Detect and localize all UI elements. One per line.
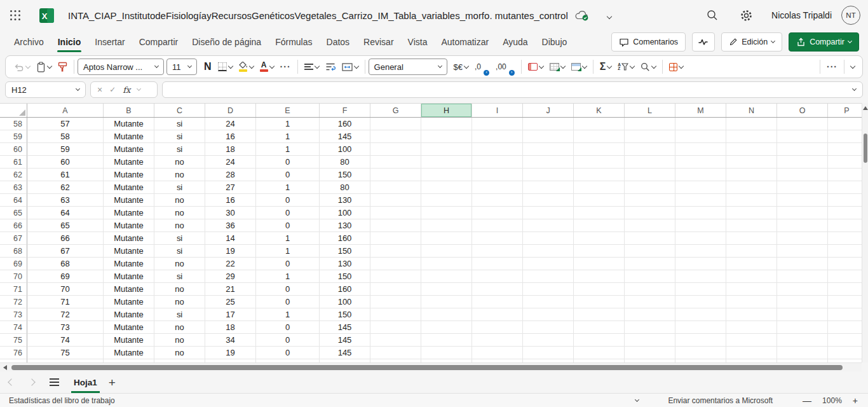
all-sheets-menu-icon[interactable] bbox=[50, 378, 59, 385]
menu-tab-fórmulas[interactable]: Fórmulas bbox=[268, 31, 319, 53]
vertical-scrollbar[interactable] bbox=[862, 103, 868, 362]
cell-M71[interactable] bbox=[675, 283, 726, 296]
cell-J58[interactable] bbox=[523, 118, 574, 130]
cell-E61[interactable]: 0 bbox=[256, 156, 320, 169]
cell-F70[interactable]: 150 bbox=[320, 270, 370, 283]
cell-I74[interactable] bbox=[472, 321, 523, 334]
cell-K61[interactable] bbox=[574, 156, 625, 169]
cell-I72[interactable] bbox=[472, 296, 523, 308]
cell-B68[interactable]: Mutante bbox=[104, 245, 154, 258]
row-header-61[interactable]: 61 bbox=[0, 156, 27, 169]
cell-styles-button[interactable] bbox=[568, 58, 590, 76]
row-header-60[interactable]: 60 bbox=[0, 143, 27, 156]
cell-I75[interactable] bbox=[472, 334, 523, 347]
cell-O62[interactable] bbox=[777, 169, 828, 181]
format-as-table-button[interactable] bbox=[546, 58, 568, 76]
row-header-66[interactable]: 66 bbox=[0, 219, 27, 232]
cell-I73[interactable] bbox=[472, 308, 523, 321]
row-header-63[interactable]: 63 bbox=[0, 181, 27, 194]
cell-I64[interactable] bbox=[472, 194, 523, 207]
cell-P58[interactable] bbox=[828, 118, 862, 130]
cell-F58[interactable]: 160 bbox=[320, 118, 370, 130]
font-name-combo[interactable]: Aptos Narrow ... bbox=[78, 59, 164, 75]
insert-function-button[interactable]: fx bbox=[123, 85, 130, 95]
comments-button[interactable]: Comentarios bbox=[611, 32, 686, 52]
cell-A63[interactable]: 62 bbox=[27, 181, 104, 194]
cell-D59[interactable]: 16 bbox=[205, 130, 256, 143]
cell-A59[interactable]: 58 bbox=[27, 130, 104, 143]
cell-B76[interactable]: Mutante bbox=[104, 347, 154, 359]
cell-C66[interactable]: no bbox=[154, 219, 205, 232]
cell-H63[interactable] bbox=[421, 181, 472, 194]
cell-J73[interactable] bbox=[523, 308, 574, 321]
cell-J60[interactable] bbox=[523, 143, 574, 156]
cell-I61[interactable] bbox=[472, 156, 523, 169]
cell-P69[interactable] bbox=[828, 258, 862, 270]
cell-L76[interactable] bbox=[625, 347, 675, 359]
cell-B66[interactable]: Mutante bbox=[104, 219, 154, 232]
cell-A64[interactable]: 63 bbox=[27, 194, 104, 207]
cell-H75[interactable] bbox=[421, 334, 472, 347]
cell-E68[interactable]: 1 bbox=[256, 245, 320, 258]
cell-C63[interactable]: si bbox=[154, 181, 205, 194]
cell-F61[interactable]: 80 bbox=[320, 156, 370, 169]
cell-K74[interactable] bbox=[574, 321, 625, 334]
cell-F59[interactable]: 145 bbox=[320, 130, 370, 143]
row-header-69[interactable]: 69 bbox=[0, 258, 27, 270]
cell-O64[interactable] bbox=[777, 194, 828, 207]
cell-J66[interactable] bbox=[523, 219, 574, 232]
title-dropdown[interactable] bbox=[607, 10, 611, 21]
cell-N62[interactable] bbox=[726, 169, 777, 181]
cell-D73[interactable]: 17 bbox=[205, 308, 256, 321]
cell-C58[interactable]: si bbox=[154, 118, 205, 130]
cell-I70[interactable] bbox=[472, 270, 523, 283]
cell-B73[interactable]: Mutante bbox=[104, 308, 154, 321]
cell-K64[interactable] bbox=[574, 194, 625, 207]
cell-F71[interactable]: 160 bbox=[320, 283, 370, 296]
cell-C64[interactable]: no bbox=[154, 194, 205, 207]
cell-A67[interactable]: 66 bbox=[27, 232, 104, 245]
cell-K70[interactable] bbox=[574, 270, 625, 283]
cell-K72[interactable] bbox=[574, 296, 625, 308]
previous-sheet-button[interactable] bbox=[8, 378, 15, 385]
cell-M64[interactable] bbox=[675, 194, 726, 207]
cell-F63[interactable]: 80 bbox=[320, 181, 370, 194]
cell-L62[interactable] bbox=[625, 169, 675, 181]
cell-N68[interactable] bbox=[726, 245, 777, 258]
cell-H59[interactable] bbox=[421, 130, 472, 143]
cell-L63[interactable] bbox=[625, 181, 675, 194]
cell-G62[interactable] bbox=[370, 169, 421, 181]
cell-H68[interactable] bbox=[421, 245, 472, 258]
autosum-button[interactable]: Σ bbox=[597, 58, 615, 76]
cell-H64[interactable] bbox=[421, 194, 472, 207]
cell-G58[interactable] bbox=[370, 118, 421, 130]
cell-B71[interactable]: Mutante bbox=[104, 283, 154, 296]
column-header-N[interactable]: N bbox=[726, 104, 777, 117]
cell-K62[interactable] bbox=[574, 169, 625, 181]
cell-E71[interactable]: 0 bbox=[256, 283, 320, 296]
cell-J68[interactable] bbox=[523, 245, 574, 258]
bold-button[interactable]: N bbox=[201, 58, 215, 76]
cell-B75[interactable]: Mutante bbox=[104, 334, 154, 347]
cell-G66[interactable] bbox=[370, 219, 421, 232]
cell-N73[interactable] bbox=[726, 308, 777, 321]
cell-F62[interactable]: 150 bbox=[320, 169, 370, 181]
cell-N64[interactable] bbox=[726, 194, 777, 207]
cell-L58[interactable] bbox=[625, 118, 675, 130]
avatar[interactable]: NT bbox=[841, 6, 860, 25]
cell-C71[interactable]: no bbox=[154, 283, 205, 296]
send-feedback-link[interactable]: Enviar comentarios a Microsoft bbox=[668, 396, 773, 405]
cell-M58[interactable] bbox=[675, 118, 726, 130]
cell-M68[interactable] bbox=[675, 245, 726, 258]
cell-B74[interactable]: Mutante bbox=[104, 321, 154, 334]
cell-H71[interactable] bbox=[421, 283, 472, 296]
cell-L74[interactable] bbox=[625, 321, 675, 334]
cell-M59[interactable] bbox=[675, 130, 726, 143]
cell-G68[interactable] bbox=[370, 245, 421, 258]
cell-M75[interactable] bbox=[675, 334, 726, 347]
cell-O58[interactable] bbox=[777, 118, 828, 130]
cell-D75[interactable]: 34 bbox=[205, 334, 256, 347]
cell-D74[interactable]: 18 bbox=[205, 321, 256, 334]
activity-button[interactable] bbox=[692, 32, 715, 52]
cell-J74[interactable] bbox=[523, 321, 574, 334]
